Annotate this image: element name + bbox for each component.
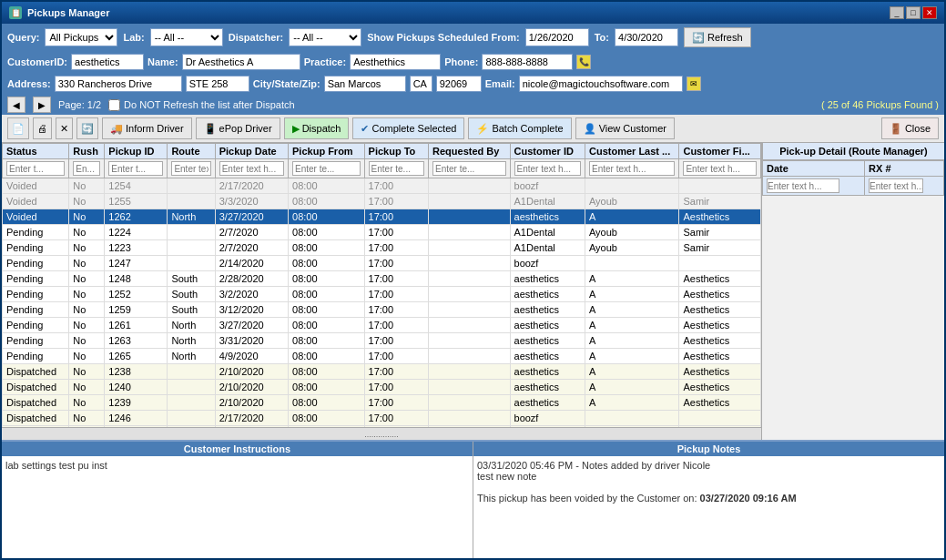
inform-driver-button[interactable]: 🚚 Inform Driver bbox=[102, 117, 192, 139]
prev-page-button[interactable]: ◀ bbox=[7, 97, 25, 113]
table-row[interactable]: PendingNo12472/14/202008:0017:00boozf bbox=[3, 256, 761, 271]
close-button[interactable]: 🚪 Close bbox=[881, 117, 939, 139]
city-input[interactable] bbox=[324, 76, 406, 92]
print-button[interactable]: 🖨 bbox=[33, 117, 52, 139]
filter-from-input[interactable] bbox=[292, 161, 361, 176]
customer-row: CustomerID: Name: Practice: Phone: 📞 bbox=[2, 51, 944, 73]
table-cell: 08:00 bbox=[289, 240, 365, 256]
filter-to-input[interactable] bbox=[369, 161, 424, 176]
table-row[interactable]: DispatchedNo12402/10/202008:0017:00aesth… bbox=[3, 380, 761, 395]
toolbar-icons[interactable]: 📄 bbox=[7, 117, 29, 139]
table-cell: A bbox=[585, 364, 678, 380]
filter-route-input[interactable] bbox=[171, 161, 210, 176]
table-cell: A bbox=[585, 318, 678, 333]
table-cell: 3/2/2020 bbox=[215, 287, 288, 302]
filter-id-input[interactable] bbox=[108, 161, 163, 176]
filter-last-input[interactable] bbox=[589, 161, 675, 176]
filter-requested-input[interactable] bbox=[432, 161, 505, 176]
table-cell: A1Dental bbox=[510, 225, 585, 240]
table-row[interactable]: PendingNo12242/7/202008:0017:00A1DentalA… bbox=[3, 225, 761, 240]
table-cell bbox=[168, 194, 215, 209]
table-cell bbox=[429, 395, 510, 411]
table-cell: No bbox=[69, 364, 105, 380]
filter-rush-input[interactable] bbox=[73, 161, 100, 176]
side-table-wrapper[interactable]: Date RX # bbox=[762, 160, 944, 440]
view-customer-button[interactable]: 👤 View Customer bbox=[575, 117, 675, 139]
table-row[interactable]: DispatchedNo12392/10/202008:0017:00aesth… bbox=[3, 395, 761, 411]
phone2-icon: 📱 bbox=[204, 123, 217, 135]
table-cell: Pending bbox=[3, 240, 69, 256]
lab-select[interactable]: -- All -- bbox=[150, 28, 223, 46]
table-cell: 1261 bbox=[105, 318, 168, 333]
customer-id-input[interactable] bbox=[71, 54, 144, 70]
filter-first-input[interactable] bbox=[683, 161, 757, 176]
side-header-row: Date RX # bbox=[763, 161, 944, 177]
table-cell: 1265 bbox=[105, 349, 168, 364]
name-input[interactable] bbox=[182, 54, 300, 70]
table-cell bbox=[679, 411, 761, 426]
table-row[interactable]: PendingNo1265North4/9/202008:0017:00aest… bbox=[3, 349, 761, 364]
table-row[interactable]: VoidedNo12542/17/202008:0017:00boozf bbox=[3, 178, 761, 194]
table-cell: 08:00 bbox=[289, 194, 365, 209]
no-refresh-checkbox[interactable] bbox=[108, 99, 120, 111]
table-row[interactable]: VoidedNo1262North3/27/202008:0017:00aest… bbox=[3, 209, 761, 225]
col-pickup-date: Pickup Date bbox=[215, 144, 288, 159]
practice-input[interactable] bbox=[350, 54, 441, 70]
table-row[interactable]: PendingNo1259South3/12/202008:0017:00aes… bbox=[3, 302, 761, 318]
table-cell: 2/7/2020 bbox=[215, 240, 288, 256]
from-date-input[interactable] bbox=[525, 28, 589, 46]
table-row[interactable]: PendingNo1263North3/31/202008:0017:00aes… bbox=[3, 333, 761, 349]
found-label: ( 25 of 46 Pickups Found ) bbox=[821, 99, 939, 110]
next-page-button[interactable]: ▶ bbox=[33, 97, 51, 113]
table-cell: A1Dental bbox=[510, 240, 585, 256]
query-select[interactable]: All Pickups Pending Dispatched Voided bbox=[45, 28, 117, 46]
col-route: Route bbox=[168, 144, 215, 159]
query-label: Query: bbox=[7, 32, 39, 43]
table-wrapper[interactable]: Status Rush Pickup ID Route Pickup Date … bbox=[2, 143, 761, 427]
refresh-button[interactable]: 🔄 Refresh bbox=[684, 27, 751, 47]
address-input[interactable] bbox=[55, 76, 182, 92]
minimize-button[interactable]: _ bbox=[890, 6, 904, 19]
table-row[interactable]: VoidedNo12553/3/202008:0017:00A1DentalAy… bbox=[3, 194, 761, 209]
zip-input[interactable] bbox=[436, 76, 482, 92]
table-cell: 17:00 bbox=[364, 209, 428, 225]
to-date-input[interactable] bbox=[615, 28, 678, 46]
phone-icon[interactable]: 📞 bbox=[576, 55, 591, 69]
email-input[interactable] bbox=[519, 76, 683, 92]
table-row[interactable]: DispatchedNo12462/17/202008:0017:00boozf bbox=[3, 411, 761, 426]
maximize-button[interactable]: □ bbox=[906, 6, 921, 19]
batch-complete-button[interactable]: ⚡ Batch Complete bbox=[468, 117, 571, 139]
window-close-button[interactable]: ✕ bbox=[922, 6, 937, 19]
epop-driver-button[interactable]: 📱 ePop Driver bbox=[196, 117, 280, 139]
col-requested-by: Requested By bbox=[429, 144, 510, 159]
table-row[interactable]: PendingNo1261North3/27/202008:0017:00aes… bbox=[3, 318, 761, 333]
email-icon[interactable]: ✉ bbox=[687, 76, 701, 91]
filter-rush bbox=[69, 159, 105, 178]
state-input[interactable] bbox=[410, 76, 432, 92]
table-row[interactable]: PendingNo12232/7/202008:0017:00A1DentalA… bbox=[3, 240, 761, 256]
table-row[interactable]: PendingNo1248South2/28/202008:0017:00aes… bbox=[3, 271, 761, 287]
dispatcher-select[interactable]: -- All -- bbox=[289, 28, 361, 46]
delete-button[interactable]: ✕ bbox=[56, 117, 73, 139]
side-filter-date-input[interactable] bbox=[767, 178, 839, 193]
table-cell: 2/10/2020 bbox=[215, 364, 288, 380]
filter-date-input[interactable] bbox=[219, 161, 284, 176]
filter-requested bbox=[429, 159, 510, 178]
horizontal-scrollbar[interactable]: ............... bbox=[2, 427, 761, 440]
table-cell: A bbox=[585, 395, 678, 411]
table-cell: Aesthetics bbox=[679, 318, 761, 333]
table-cell: 1255 bbox=[105, 194, 168, 209]
phone-input[interactable] bbox=[482, 54, 573, 70]
complete-selected-button[interactable]: ✔ Complete Selected bbox=[352, 117, 464, 139]
filter-status-input[interactable] bbox=[6, 161, 65, 176]
filter-cust-id-input[interactable] bbox=[514, 161, 581, 176]
table-row[interactable]: PendingNo1252South3/2/202008:0017:00aest… bbox=[3, 287, 761, 302]
table-cell: 2/10/2020 bbox=[215, 395, 288, 411]
address2-input[interactable] bbox=[186, 76, 249, 92]
table-row[interactable]: DispatchedNo12382/10/202008:0017:00aesth… bbox=[3, 364, 761, 380]
table-cell: Dispatched bbox=[3, 411, 69, 426]
dispatch-button[interactable]: ▶ Dispatch bbox=[284, 117, 350, 139]
refresh2-button[interactable]: 🔄 bbox=[76, 117, 98, 139]
app-icon: 📋 bbox=[9, 6, 22, 19]
side-filter-rx-input[interactable] bbox=[869, 178, 923, 193]
